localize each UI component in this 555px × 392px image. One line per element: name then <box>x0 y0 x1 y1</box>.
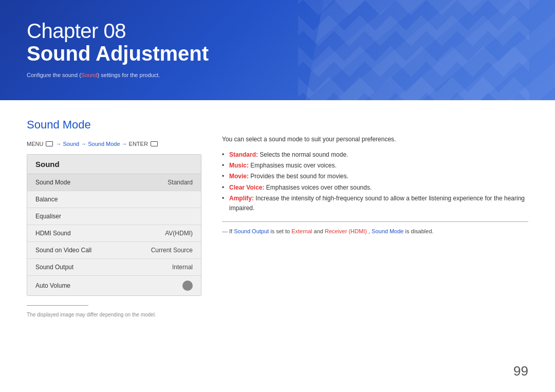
term-music: Music: <box>229 162 249 169</box>
note-dash: ― <box>222 228 229 234</box>
page-number: 99 <box>513 363 528 379</box>
header-banner: Chapter 08 Sound Adjustment Configure th… <box>0 0 555 100</box>
description-link: Sound <box>81 72 98 78</box>
row-value-soundmode: Standard <box>168 179 193 186</box>
term-standard: Standard: <box>229 151 258 158</box>
panel-row-soundoutput[interactable]: Sound Output Internal <box>27 259 201 276</box>
note-link-external: External <box>291 228 312 234</box>
left-column: Sound Mode MENU → Sound → Sound Mode → E… <box>27 118 201 318</box>
section-title: Sound Mode <box>27 118 201 132</box>
term-movie: Movie: <box>229 173 249 180</box>
row-value-hdmisound: AV(HDMI) <box>165 230 193 237</box>
note-mid2: and <box>314 228 325 234</box>
left-divider <box>27 305 88 306</box>
bullet-movie: Movie: Provides the best sound for movie… <box>222 172 528 181</box>
panel-row-soundmode[interactable]: Sound Mode Standard <box>27 174 201 191</box>
row-label-balance: Balance <box>35 196 58 203</box>
panel-row-autovolume[interactable]: Auto Volume <box>27 276 201 295</box>
note-mid1: is set to <box>270 228 291 234</box>
enter-icon <box>151 141 158 146</box>
note-suffix: is disabled. <box>405 228 434 234</box>
row-label-equaliser: Equaliser <box>35 213 61 220</box>
description-suffix: ) settings for the product. <box>98 72 160 78</box>
panel-row-equaliser[interactable]: Equaliser <box>27 208 201 225</box>
bullet-standard: Standard: Selects the normal sound mode. <box>222 150 528 160</box>
note-link-receiver: Receiver (HDMI) <box>325 228 367 234</box>
diamond-overlay <box>298 0 529 100</box>
panel-header: Sound <box>27 155 201 174</box>
bullet-list: Standard: Selects the normal sound mode.… <box>222 150 528 213</box>
text-standard: Selects the normal sound mode. <box>260 151 348 158</box>
menu-icon <box>46 141 53 146</box>
note-prefix: If <box>229 228 234 234</box>
panel-row-soundvideocall[interactable]: Sound on Video Call Current Source <box>27 242 201 259</box>
main-content: Sound Mode MENU → Sound → Sound Mode → E… <box>0 100 555 328</box>
sound-panel: Sound Sound Mode Standard Balance Equali… <box>27 154 201 296</box>
menu-path: MENU → Sound → Sound Mode → ENTER <box>27 141 201 147</box>
panel-row-balance[interactable]: Balance <box>27 191 201 208</box>
row-value-soundoutput: Internal <box>172 264 193 271</box>
row-label-soundvideocall: Sound on Video Call <box>35 247 91 254</box>
panel-row-hdmisound[interactable]: HDMI Sound AV(HDMI) <box>27 225 201 242</box>
term-clearvoice: Clear Voice: <box>229 184 264 191</box>
intro-text: You can select a sound mode to suit your… <box>222 135 528 144</box>
row-label-autovolume: Auto Volume <box>35 282 70 289</box>
path-link-soundmode: Sound Mode <box>88 141 120 147</box>
bullet-music: Music: Emphasises music over voices. <box>222 161 528 171</box>
arrow3: → <box>122 141 127 147</box>
row-label-hdmisound: HDMI Sound <box>35 230 71 237</box>
term-amplify: Amplify: <box>229 195 254 202</box>
footnote: The displayed image may differ depending… <box>27 312 201 318</box>
bullet-clearvoice: Clear Voice: Emphasises voices over othe… <box>222 183 528 193</box>
bullet-amplify: Amplify: Increase the intensity of high-… <box>222 194 528 213</box>
arrow2: → <box>81 141 86 147</box>
description-prefix: Configure the sound ( <box>27 72 81 78</box>
text-music: Emphasises music over voices. <box>250 162 336 169</box>
note-line: ― If Sound Output is set to External and… <box>222 221 528 236</box>
text-movie: Provides the best sound for movies. <box>250 173 348 180</box>
right-column: You can select a sound mode to suit your… <box>222 118 528 318</box>
path-link-sound: Sound <box>63 141 79 147</box>
toggle-autovolume[interactable] <box>182 281 193 291</box>
text-amplify: Increase the intensity of high-frequency… <box>229 195 525 212</box>
note-link-soundmode: Sound Mode <box>372 228 403 234</box>
text-clearvoice: Emphasises voices over other sounds. <box>266 184 372 191</box>
row-value-soundvideocall: Current Source <box>151 247 193 254</box>
arrow1: → <box>55 141 61 147</box>
enter-label: ENTER <box>129 141 148 147</box>
menu-label: MENU <box>27 141 43 147</box>
note-link-soundoutput: Sound Output <box>234 228 269 234</box>
row-label-soundmode: Sound Mode <box>35 179 70 186</box>
row-label-soundoutput: Sound Output <box>35 264 73 271</box>
